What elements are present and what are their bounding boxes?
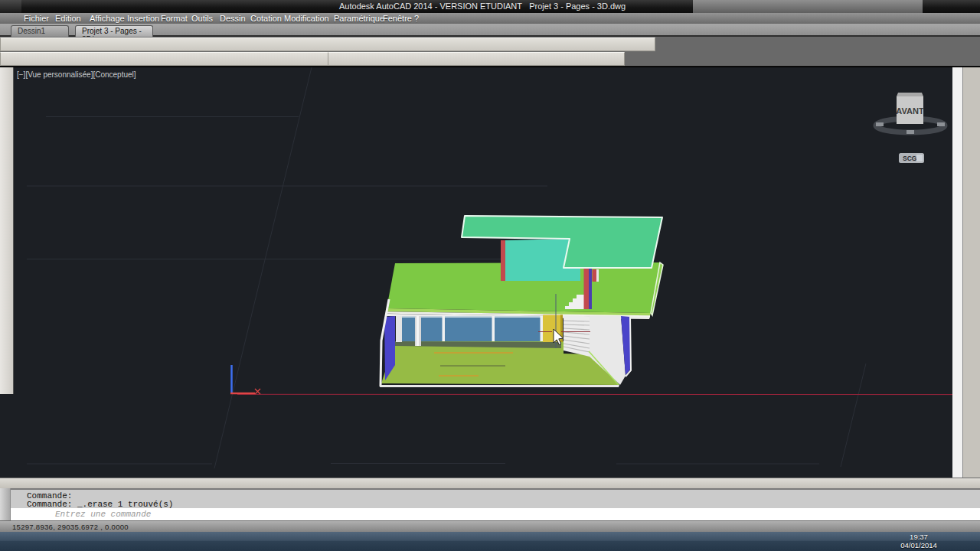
svg-text:SCG: SCG bbox=[903, 155, 917, 162]
svg-text:AVANT: AVANT bbox=[896, 106, 924, 116]
